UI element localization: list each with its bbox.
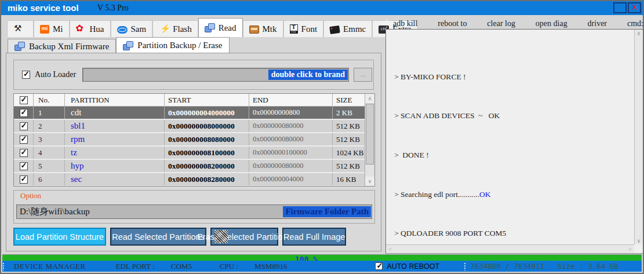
toolbar-item[interactable] xyxy=(7,20,34,37)
auto-loader-group: Auto Loader double click to brand ... xyxy=(13,60,374,90)
row-checkbox[interactable] xyxy=(20,136,28,144)
table-body: 1 cdt 0x000000004000000 0x00000000800 2 … xyxy=(14,107,365,185)
auto-loader-checkbox[interactable]: Auto Loader xyxy=(22,70,76,79)
menu-item[interactable]: driver xyxy=(588,19,607,28)
toolbar-item[interactable]: Mtk xyxy=(243,20,283,37)
partition-name: rpm xyxy=(65,133,165,145)
app-title: miko service tool xyxy=(8,3,79,13)
tab[interactable]: Backup Xml Firmware xyxy=(8,39,116,53)
partition-name: hyp xyxy=(65,160,165,172)
menu-item[interactable]: clear log xyxy=(487,19,515,28)
log-line: > DONE ! xyxy=(394,151,631,160)
table-row[interactable]: 2 sbl1 0x000000008000000 0x000000080000 … xyxy=(14,120,365,132)
toolbar-item-label: Read xyxy=(219,23,237,33)
toolbar-item[interactable]: Read xyxy=(198,18,243,37)
toolbar-item[interactable]: Font xyxy=(283,20,324,37)
emmc-chip-icon xyxy=(329,25,340,34)
status-bar: DEVICE MANAGER EDL PORT :COM5 CPU :MSM89… xyxy=(2,261,642,272)
scroll-down-icon[interactable]: ∨ xyxy=(365,177,374,186)
select-all-checkbox[interactable] xyxy=(20,96,28,104)
partition-table: No. PARTITION START END SIZE 1 cdt 0x000… xyxy=(13,93,375,187)
scroll-right-icon[interactable]: > xyxy=(628,246,632,253)
scroll-up-icon[interactable]: ∧ xyxy=(635,30,643,36)
menu-grip xyxy=(385,19,388,27)
table-row[interactable]: 6 sec 0x000000008280000 0x000000004000 1… xyxy=(14,173,365,185)
partition-name: sbl1 xyxy=(65,120,165,132)
scroll-left-icon[interactable]: < xyxy=(388,246,392,253)
scroll-up-icon[interactable]: ∧ xyxy=(365,94,374,103)
log-console: > BY-MIKO FORCE ! > SCAN ADB DEVICES ~ O… xyxy=(385,29,643,254)
toolbar-item-label: Hua xyxy=(90,24,104,34)
row-checkbox[interactable] xyxy=(20,149,28,157)
partition-name: sec xyxy=(65,173,165,185)
minimize-button[interactable] xyxy=(613,2,627,13)
action-button-label: Load Partition Structure xyxy=(16,232,104,242)
ttf-font-icon xyxy=(290,24,298,34)
checkbox-icon[interactable] xyxy=(375,262,383,270)
menu-item[interactable]: reboot to xyxy=(438,19,467,28)
action-button-label: Read Full Image xyxy=(283,232,345,242)
log-line: > Searching edl port...........OK xyxy=(394,190,631,200)
table-row[interactable]: 4 tz 0x000000008100000 0x0000000100000 1… xyxy=(14,147,365,159)
database-read-icon xyxy=(205,23,215,32)
cpu-status: CPU :MSM8916 xyxy=(220,262,288,271)
log-horizontal-scrollbar[interactable]: < > xyxy=(386,244,634,253)
log-lines: > BY-MIKO FORCE ! > SCAN ADB DEVICES ~ O… xyxy=(394,33,631,243)
edl-port-status: EDL PORT :COM5 xyxy=(116,262,192,271)
auto-reboot-checkbox[interactable]: AUTO REBOOT xyxy=(375,262,439,271)
toolbar-item[interactable]: Hua xyxy=(70,20,111,37)
action-button-label: Read Selected Partitions xyxy=(112,232,205,242)
tab-label: Backup Xml Firmware xyxy=(29,42,109,52)
row-checkbox[interactable] xyxy=(20,109,28,117)
toolbar-item[interactable]: Emmc xyxy=(323,20,372,37)
browse-loader-button[interactable]: ... xyxy=(354,68,372,82)
partition-name: cdt xyxy=(65,107,165,119)
toolbar-item[interactable]: Flash xyxy=(152,20,198,37)
log-line: > BY-MIKO FORCE ! xyxy=(394,72,631,82)
action-button[interactable]: Read Full Image xyxy=(282,228,346,246)
loader-path-input[interactable]: double click to brand xyxy=(82,68,349,82)
samsung-icon xyxy=(117,26,128,34)
firmware-path-value: D:\随身wifi\backup xyxy=(17,206,283,217)
loader-hint: double click to brand xyxy=(268,70,348,80)
app-window: miko service tool V 5.3 Pro X Mi Hua xyxy=(0,0,644,274)
titlebar: miko service tool V 5.3 Pro X xyxy=(1,1,643,15)
scroll-down-icon[interactable]: ∨ xyxy=(635,238,643,244)
table-scrollbar[interactable]: ∧ ∨ xyxy=(365,94,374,186)
checkbox-icon[interactable] xyxy=(22,71,30,79)
log-menu: adb kill reboot to clear log open diag d… xyxy=(393,19,643,28)
tab[interactable]: Partition Backup / Erase xyxy=(116,37,229,53)
huawei-icon xyxy=(76,24,86,34)
toolbar-item-label: Mi xyxy=(53,24,63,34)
flash-icon xyxy=(159,24,169,34)
action-button[interactable]: Erase Selected Partitions xyxy=(210,228,278,246)
table-row[interactable]: 3 rpm 0x000000008080000 0x000000080000 5… xyxy=(14,133,365,145)
log-line: > SCAN ADB DEVICES ~ OK xyxy=(394,111,631,121)
log-vertical-scrollbar[interactable]: ∧ ∨ xyxy=(634,30,643,244)
menu-item[interactable]: cmd: xyxy=(627,19,643,28)
firmware-folder-path-button[interactable]: Firmware Folder Path xyxy=(283,206,371,217)
row-checkbox[interactable] xyxy=(20,162,28,170)
sector-counter: 7634880 / 7634911 Size : 3.64 GB xyxy=(470,262,618,271)
menu-item[interactable]: open diag xyxy=(536,19,567,28)
toolbar-item[interactable]: Mi xyxy=(34,20,70,37)
toolbar-item-label: Sam xyxy=(131,24,147,34)
close-button[interactable]: X xyxy=(628,2,641,13)
table-row[interactable]: 1 cdt 0x000000004000000 0x00000000800 2 … xyxy=(14,107,365,119)
database-icon xyxy=(14,42,25,51)
toolbar-item[interactable]: Sam xyxy=(111,20,153,37)
firmware-path-field[interactable]: D:\随身wifi\backup Firmware Folder Path xyxy=(16,204,372,219)
scroll-thumb[interactable] xyxy=(366,104,374,165)
menu-item[interactable]: adb kill xyxy=(393,19,417,28)
table-row[interactable]: 5 hyp 0x000000008200000 0x000000080000 5… xyxy=(14,160,365,172)
log-line: > QDLOADER 9008 PORT COM5 xyxy=(394,229,631,239)
action-button[interactable]: Read Selected Partitions xyxy=(110,228,206,246)
tab-bar: Backup Xml Firmware Partition Backup / E… xyxy=(8,37,230,53)
action-button[interactable]: Load Partition Structure xyxy=(13,228,106,246)
partition-name: tz xyxy=(65,147,165,159)
toolbar-item-label: Flash xyxy=(173,24,192,34)
statusbar-grip xyxy=(464,262,466,271)
toolbar-item-label: Emmc xyxy=(343,24,366,34)
row-checkbox[interactable] xyxy=(20,122,28,130)
row-checkbox[interactable] xyxy=(20,176,28,184)
